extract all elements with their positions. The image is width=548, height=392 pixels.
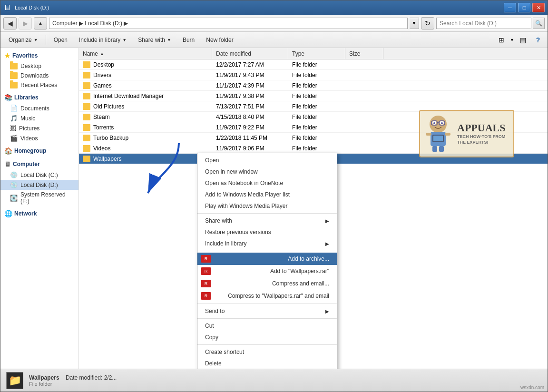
sidebar-item-pictures[interactable]: 🖼 Pictures [0,123,78,133]
search-icon[interactable]: 🔍 [533,18,545,29]
rar-icon: R [201,280,211,287]
address-input[interactable] [49,18,408,29]
appuals-branding: APPUALS TECH HOW-TO'S FROMTHE EXPERTS! [419,110,514,157]
network-label: Network [14,210,37,217]
sidebar-local-disk-c-label: Local Disk (C:) [20,172,58,178]
table-row[interactable]: Internet Download Manager11/9/2017 9:38 … [79,91,548,101]
col-header-date[interactable]: Date modified [212,48,288,59]
minimize-button[interactable]: ─ [504,3,516,12]
context-menu-item[interactable]: Copy [197,332,337,343]
context-menu-item[interactable]: Play with Windows Media Player [197,200,337,212]
context-menu-item[interactable]: RCompress and email... [197,277,337,290]
folder-icon [83,72,90,78]
include-library-button[interactable]: Include in library ▼ [74,34,132,46]
maximize-button[interactable]: □ [518,3,530,12]
context-menu-item[interactable]: Include in library▶ [197,238,337,249]
context-menu-item-label: Add to archive... [288,255,329,262]
file-type-cell: File folder [288,124,345,131]
view-options-button[interactable]: ⊞ [495,34,508,46]
context-menu-item[interactable]: Send to▶ [197,305,337,317]
sidebar-computer-header[interactable]: 🖥 Computer [0,158,78,170]
file-date-cell: 4/15/2018 8:40 PM [212,114,288,120]
status-item-name: Wallpapers Date modified: 2/2... [29,374,117,381]
view-dropdown-icon[interactable]: ▼ [510,38,514,42]
table-row[interactable]: Games11/1/2017 4:39 PMFile folder [79,80,548,91]
sidebar-item-music[interactable]: 🎵 Music [0,113,78,123]
file-name-cell: Turbo Backup [79,135,212,141]
address-dropdown-button[interactable]: ▼ [410,18,419,29]
file-name-cell: Torrents [79,124,212,131]
context-menu-item[interactable]: Open [197,155,337,166]
main-layout: ★ Favorites Desktop Downloads Recent Pla… [0,48,548,369]
burn-button[interactable]: Burn [177,34,200,46]
sidebar-item-local-disk-d[interactable]: 💿 Local Disk (D:) [0,180,78,190]
col-header-size[interactable]: Size [345,48,383,59]
sidebar: ★ Favorites Desktop Downloads Recent Pla… [0,48,79,369]
table-row[interactable]: Desktop12/2/2017 7:27 AMFile folder [79,59,548,70]
sidebar-favorites-header[interactable]: ★ Favorites [0,50,78,61]
search-input[interactable] [436,18,531,29]
context-menu-item[interactable]: RAdd to archive... [197,253,337,265]
context-menu-item[interactable]: Create shortcut [197,346,337,358]
context-menu-item[interactable]: Cut [197,320,337,332]
status-thumb-icon: 📁 [9,374,21,387]
sidebar-libraries-header[interactable]: 📚 Libraries [0,92,78,103]
context-menu-item[interactable]: Open as Notebook in OneNote [197,177,337,189]
sidebar-item-local-disk-c[interactable]: 💿 Local Disk (C:) [0,170,78,180]
share-with-button[interactable]: Share with ▼ [133,34,176,46]
forward-button[interactable]: ▶ [19,17,32,29]
sidebar-item-documents[interactable]: 📄 Documents [0,103,78,113]
up-button[interactable]: ▲ [34,17,47,29]
context-menu-item[interactable]: RCompress to "Wallpapers.rar" and email [197,290,337,302]
preview-pane-button[interactable]: ▤ [516,34,529,46]
folder-icon [83,156,90,162]
file-name-text: Old Pictures [93,103,124,110]
share-with-label: Share with [138,37,165,43]
table-row[interactable]: Drivers11/9/2017 9:43 PMFile folder [79,70,548,80]
sidebar-network-header[interactable]: 🌐 Network [0,208,78,219]
organize-button[interactable]: Organize ▼ [3,34,43,46]
context-menu-item[interactable]: Open in new window [197,166,337,177]
help-button[interactable]: ? [531,34,545,46]
context-menu-item-label: Open as Notebook in OneNote [205,180,283,186]
sidebar-homegroup-header[interactable]: 🏠 Homegroup [0,145,78,157]
context-menu-item[interactable]: Delete [197,358,337,369]
file-name-cell: Old Pictures [79,103,212,110]
context-menu-item-label: Open [205,157,219,164]
open-button[interactable]: Open [49,34,73,46]
desktop-folder-icon [10,63,18,69]
context-menu-item[interactable]: Restore previous versions [197,226,337,238]
watermark-text: wsxdn.com [520,385,544,390]
col-header-name[interactable]: Name ▲ [79,48,212,59]
context-menu-separator [197,251,337,251]
back-button[interactable]: ◀ [3,17,17,29]
toolbar-separator-1 [46,35,46,45]
context-menu-item-label: Copy [205,334,218,341]
include-library-dropdown-icon: ▼ [122,38,127,42]
appuals-text: APPUALS TECH HOW-TO'S FROMTHE EXPERTS! [457,122,505,145]
sidebar-item-recent-places[interactable]: Recent Places [0,80,78,90]
rar-icon: R [201,267,211,275]
window-icon: 🖥 [3,3,11,12]
context-menu-item[interactable]: RAdd to "Wallpapers.rar" [197,265,337,277]
appuals-mascot [424,115,452,153]
context-menu-item[interactable]: Add to Windows Media Player list [197,189,337,200]
file-date-cell: 12/2/2017 7:27 AM [212,61,288,68]
recent-places-folder-icon [10,82,18,88]
close-button[interactable]: ✕ [532,3,545,12]
file-name-text: Turbo Backup [93,135,128,141]
sidebar-item-downloads[interactable]: Downloads [0,71,78,80]
new-folder-button[interactable]: New folder [201,34,238,46]
file-name-text: Internet Download Manager [93,93,164,99]
status-file-type: File folder [29,381,117,387]
file-area: Name ▲ Date modified Type Size Desktop12… [79,48,548,369]
refresh-button[interactable]: ↻ [421,17,434,29]
context-menu-item[interactable]: Share with▶ [197,215,337,226]
sidebar-item-videos[interactable]: 🎬 Videos [0,133,78,143]
sidebar-item-desktop[interactable]: Desktop [0,61,78,71]
open-label: Open [54,37,68,43]
context-menu-item-label: Share with [205,217,232,224]
computer-label: Computer [13,161,40,167]
sidebar-item-system-reserved[interactable]: 💽 System Reserved (F:) [0,190,78,206]
col-header-type[interactable]: Type [288,48,345,59]
